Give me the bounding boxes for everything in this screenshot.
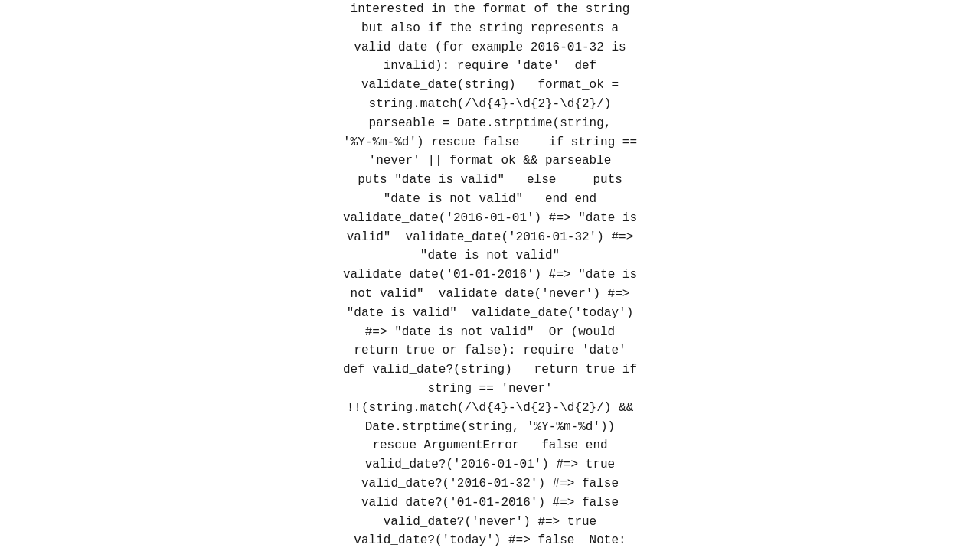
- code-text: interested in the format of the string b…: [214, 0, 766, 551]
- main-content: interested in the format of the string b…: [184, 0, 796, 551]
